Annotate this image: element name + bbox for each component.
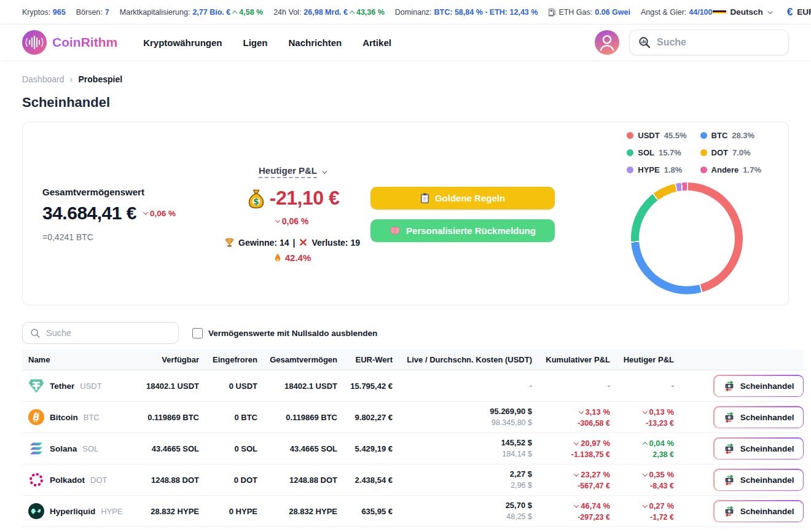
cumulative-pnl-cell: 23,27 %-567,47 € (533, 469, 611, 491)
mock-trade-button-border: Scheinhandel (713, 469, 804, 491)
today-pnl-cell: 0,35 %-8,43 € (611, 469, 675, 491)
today-pnl-cell: - (611, 380, 675, 391)
stat-label: ETH Gas: (558, 8, 592, 17)
currency-exchange-icon (723, 475, 735, 485)
frozen-cell: 0 DOT (200, 475, 259, 485)
action-cell: Scheinhandel (675, 375, 804, 397)
asset-search-input[interactable] (46, 328, 171, 338)
today-pnl-cell: 0,27 %-1,72 € (611, 500, 675, 523)
stat-value[interactable]: 44/100 (689, 8, 712, 17)
german-flag-icon (713, 8, 726, 17)
asset-name-cell[interactable]: Solana SOL (22, 440, 145, 456)
legend-name: HYPE (638, 165, 659, 174)
hide-zero-balance-toggle[interactable]: Vermögenswerte mit Nullsaldo ausblenden (192, 328, 377, 338)
portfolio-summary-card: Gesamtvermögenswert 34.684,41 € 0,06 % =… (22, 122, 789, 305)
golden-rules-button[interactable]: Goldene Regeln (370, 187, 555, 209)
stat-change: 4,58 % (233, 8, 263, 17)
cost-cell: - (394, 380, 533, 391)
column-header: Gesamtvermögen (259, 355, 339, 364)
global-search-input[interactable] (657, 37, 780, 48)
breadcrumb-dashboard-link[interactable]: Dashboard (22, 74, 65, 84)
cost-cell: 25,70 $48,25 $ (394, 500, 533, 522)
stat-label: Angst & Gier: (641, 8, 686, 17)
allocation-donut-chart (631, 182, 743, 294)
personalized-feedback-button[interactable]: Personalisierte Rückmeldung (370, 219, 555, 242)
asset-name-cell[interactable]: B Bitcoin BTC (22, 409, 145, 425)
asset-name-cell[interactable]: Polkadot DOT (22, 472, 145, 488)
mock-trade-button[interactable]: Scheinhandel (715, 501, 803, 522)
column-header: Kumulativer P&L (533, 355, 611, 364)
language-label: Deutsch (731, 7, 763, 17)
column-header: Eingefroren (200, 355, 259, 364)
column-header: Verfügbar (145, 355, 200, 364)
nav-item-ligen[interactable]: Ligen (243, 37, 268, 48)
win-rate: 42.4% (214, 252, 370, 263)
language-selector[interactable]: Deutsch (713, 7, 771, 17)
total-value-label: Gesamtvermögenswert (42, 187, 214, 197)
available-cell: 1248.88 DOT (145, 475, 200, 485)
stat-label: Börsen: (76, 8, 103, 17)
action-cell: Scheinhandel (675, 437, 804, 460)
mock-trade-button[interactable]: Scheinhandel (715, 407, 803, 428)
fire-icon (273, 252, 282, 263)
mock-trade-button-border: Scheinhandel (713, 437, 804, 460)
pnl-value: -21,10 € (270, 187, 339, 209)
mock-trade-button-border: Scheinhandel (713, 500, 804, 522)
search-icon (30, 328, 41, 338)
currency-exchange-icon (723, 506, 735, 517)
brand-logo[interactable]: CoinRithm (22, 30, 117, 55)
asset-name: Tether (50, 381, 74, 391)
column-header: Live / Durchschn. Kosten (USDT) (394, 355, 533, 364)
pnl-change: 0,06 % (214, 216, 370, 226)
chevron-down-icon (578, 409, 583, 413)
asset-name-cell[interactable]: Hyperliquid HYPE (22, 503, 145, 519)
topbar-stat: Marktkapitalisierung: 2,77 Bio. € 4,58 % (120, 8, 263, 17)
nav-item-artikel[interactable]: Artikel (362, 37, 391, 48)
mock-trade-button[interactable]: Scheinhandel (715, 470, 803, 490)
asset-name: Hyperliquid (50, 507, 95, 516)
nav-item-kryptowährungen[interactable]: Kryptowährungen (143, 37, 222, 48)
available-cell: 28.832 HYPE (145, 507, 200, 516)
breadcrumb-separator: › (70, 74, 73, 84)
eur-value-cell: 5.429,19 € (339, 444, 394, 453)
stat-value[interactable]: 965 (53, 8, 66, 17)
user-avatar-icon[interactable] (595, 30, 619, 55)
btc-equivalent: =0,4241 BTC (42, 232, 214, 242)
asset-search[interactable] (22, 322, 179, 344)
mock-trade-button[interactable]: Scheinhandel (715, 376, 803, 396)
cost-cell: 95.269,90 $98.345,80 $ (394, 406, 533, 428)
chevron-down-icon (275, 217, 280, 222)
total-cell: 43.4665 SOL (259, 444, 339, 453)
asset-name-cell[interactable]: Tether USDT (22, 378, 145, 394)
currency-exchange-icon (723, 444, 735, 454)
pnl-period-selector[interactable]: Heutiger P&L (259, 165, 326, 178)
currency-selector[interactable]: € EUR (787, 6, 811, 18)
stat-value[interactable]: 2,77 Bio. € (192, 8, 230, 17)
hide-zero-balance-checkbox[interactable] (192, 328, 203, 338)
stat-value[interactable]: 0.06 Gwei (595, 8, 630, 17)
stat-value[interactable]: 7 (105, 8, 109, 17)
stat-value[interactable]: BTC: 58,84 % - ETH: 12,43 % (434, 8, 538, 17)
global-search[interactable] (629, 29, 789, 55)
global-stats-bar: Kryptos: 965 Börsen: 7 Marktkapitalisier… (0, 0, 811, 25)
stat-value[interactable]: 26,98 Mrd. € (304, 8, 348, 17)
asset-symbol: USDT (80, 381, 101, 391)
legend-dot (627, 132, 633, 139)
mock-trade-button[interactable]: Scheinhandel (715, 439, 803, 459)
legend-dot (700, 149, 707, 156)
action-cell: Scheinhandel (675, 406, 804, 428)
pnl-selector-label: Heutiger P&L (259, 165, 317, 178)
svg-text:$: $ (253, 196, 259, 206)
eur-value-cell: 15.795,42 € (339, 381, 394, 391)
currency-label: EUR (797, 7, 811, 17)
trophy-icon (224, 237, 235, 248)
wins-text: Gewinne: 14 (238, 238, 289, 248)
column-header: Name (22, 355, 145, 364)
nav-item-nachrichten[interactable]: Nachrichten (289, 37, 342, 48)
legend-dot (627, 166, 633, 173)
legend-name: DOT (711, 148, 728, 157)
today-pnl-cell: 0,13 %-13,23 € (611, 406, 675, 429)
mock-trade-button-border: Scheinhandel (713, 406, 804, 428)
topbar-stat: Börsen: 7 (76, 8, 109, 17)
legend-name: USDT (638, 131, 659, 140)
